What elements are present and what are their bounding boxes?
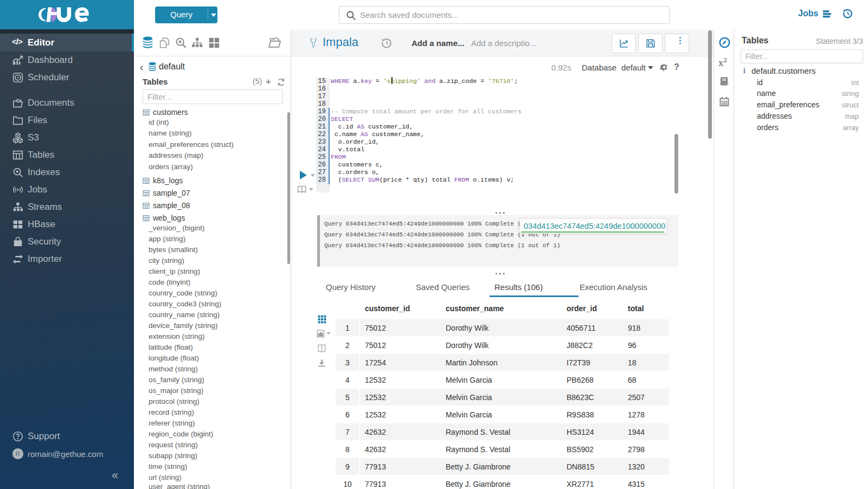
svg-text:R: R xyxy=(16,451,20,457)
